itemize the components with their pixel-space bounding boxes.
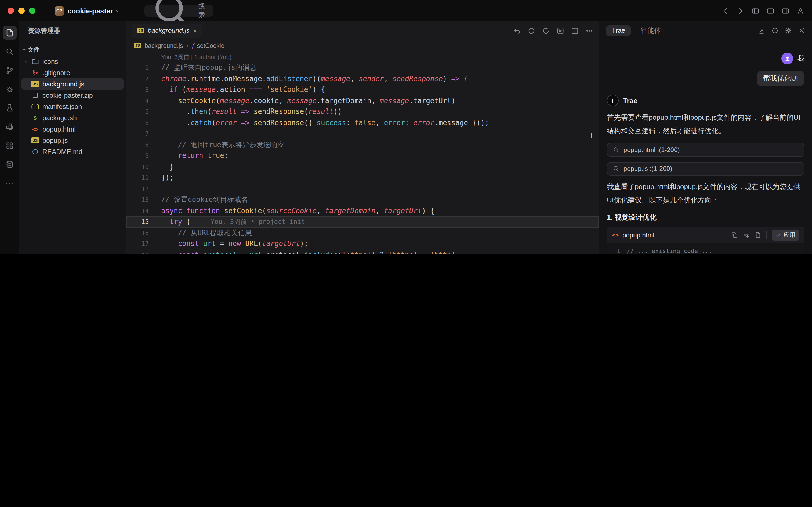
code-line-5[interactable]: 5 .then(result => sendResponse(result)) <box>126 106 599 117</box>
code-editor[interactable]: You, 3周前 | 1 author (You) 1// 监听来自popup.… <box>126 52 599 253</box>
file-item-background.js[interactable]: JSbackground.js <box>21 78 123 90</box>
file-item-popup.html[interactable]: <>popup.html <box>21 123 123 135</box>
close-window-button[interactable] <box>7 7 14 14</box>
code-line-12[interactable]: 12 <box>126 183 599 194</box>
line-number[interactable]: 3 <box>126 84 149 95</box>
code-line-7[interactable]: 7 <box>126 128 599 139</box>
record-icon[interactable] <box>527 26 535 35</box>
settings-gear-icon[interactable] <box>785 27 792 35</box>
line-number[interactable]: 12 <box>126 183 149 194</box>
code-line-6[interactable]: 6 .catch(error => sendResponse({ success… <box>126 117 599 128</box>
line-number[interactable]: 16 <box>126 227 149 238</box>
file-reference-chip[interactable]: popup.html :(1-200) <box>607 143 805 157</box>
sidebar-item-testing[interactable] <box>3 101 17 115</box>
code-line-18[interactable]: 18 const protocol = url.protocol.include… <box>126 249 599 253</box>
line-number[interactable]: 4 <box>126 95 149 106</box>
line-number[interactable]: 6 <box>126 117 149 128</box>
sidebar-item-search[interactable] <box>3 45 17 59</box>
codelens-authors[interactable]: You, 3周前 | 1 author (You) <box>161 52 599 62</box>
file-item-manifest.json[interactable]: { }manifest.json <box>21 101 123 112</box>
toggle-right-sidebar-icon[interactable] <box>781 7 790 15</box>
run-code-icon[interactable] <box>557 26 565 35</box>
code-line-1[interactable]: 1// 监听来自popup.js的消息 <box>126 62 599 73</box>
code-line-10[interactable]: 10 } <box>126 161 599 172</box>
sidebar-item-apps[interactable] <box>3 138 17 153</box>
code-line-9[interactable]: 9 return true; <box>126 150 599 161</box>
line-number[interactable]: 10 <box>126 161 149 172</box>
toggle-bottom-panel-icon[interactable] <box>766 7 774 15</box>
card-file-name: popup.html <box>623 231 654 239</box>
discard-icon[interactable] <box>513 26 521 35</box>
close-panel-icon[interactable] <box>798 27 806 35</box>
line-content: chrome.runtime.onMessage.addListener((me… <box>161 73 468 84</box>
back-icon[interactable] <box>721 7 729 15</box>
more-actions-icon[interactable] <box>585 26 593 35</box>
code-line-4[interactable]: 4 setCookie(message.cookie, message.targ… <box>126 95 599 106</box>
forward-icon[interactable] <box>736 7 744 15</box>
close-tab-icon[interactable]: × <box>193 27 197 34</box>
tab-background-js[interactable]: JS background.js × <box>131 23 202 38</box>
line-number[interactable]: 8 <box>126 139 149 150</box>
toggle-left-sidebar-icon[interactable] <box>751 7 759 15</box>
line-content: // 从URL提取相关信息 <box>161 227 252 238</box>
insert-code-icon[interactable] <box>743 231 750 238</box>
maximize-window-button[interactable] <box>29 7 36 14</box>
person-icon <box>784 55 791 62</box>
line-number[interactable]: 11 <box>126 172 149 183</box>
file-item-.gitignore[interactable]: .gitignore <box>21 67 123 78</box>
line-number[interactable]: 18 <box>126 249 149 253</box>
line-number[interactable]: 2 <box>126 73 149 84</box>
explorer-more-icon[interactable]: ··· <box>111 27 119 35</box>
open-in-window-icon[interactable] <box>758 27 765 35</box>
code-line-3[interactable]: 3 if (message.action === 'setCookie') { <box>126 84 599 95</box>
line-number[interactable]: 15 <box>126 216 149 227</box>
sidebar-item-explorer[interactable] <box>3 26 17 40</box>
breadcrumb-symbol[interactable]: setCookie <box>197 43 224 49</box>
code-card-header: <> popup.html 应用 <box>607 227 804 243</box>
line-number[interactable]: 17 <box>126 238 149 249</box>
file-reference-chip[interactable]: popup.js :(1-200) <box>607 162 805 176</box>
line-number[interactable]: 13 <box>126 194 149 206</box>
split-editor-icon[interactable] <box>571 26 579 35</box>
new-file-icon[interactable] <box>755 231 761 238</box>
code-line-8[interactable]: 8 // 返回true表示将异步发送响应 <box>126 139 599 150</box>
global-search[interactable]: 搜索 <box>144 5 213 17</box>
titlebar: CP cookie-paster › 搜索 <box>0 0 812 21</box>
code-line-16[interactable]: 16 // 从URL提取相关信息 <box>126 227 599 238</box>
file-item-icons[interactable]: ›icons <box>21 56 123 67</box>
line-number[interactable]: 7 <box>126 128 149 139</box>
sidebar-item-source-control[interactable] <box>3 63 17 77</box>
account-icon[interactable] <box>797 7 805 15</box>
sidebar-item-database[interactable] <box>3 157 17 171</box>
code-line-2[interactable]: 2chrome.runtime.onMessage.addListener((m… <box>126 73 599 84</box>
minimize-window-button[interactable] <box>18 7 25 14</box>
file-item-README.md[interactable]: README.md <box>21 146 123 157</box>
card-code-lines[interactable]: 1// ... existing code ...2.container {3 … <box>607 243 804 253</box>
line-number[interactable]: 1 <box>126 62 149 73</box>
tab-trae[interactable]: Trae <box>606 25 631 36</box>
breadcrumb-file[interactable]: background.js <box>144 43 183 49</box>
line-number[interactable]: 14 <box>126 206 149 216</box>
line-number[interactable]: 9 <box>126 150 149 161</box>
history-icon[interactable] <box>771 27 779 35</box>
tab-agents[interactable]: 智能体 <box>637 24 665 37</box>
code-line-13[interactable]: 13// 设置cookie到目标域名 <box>126 194 599 206</box>
sidebar-item-extensions[interactable] <box>3 120 17 134</box>
project-switcher[interactable]: CP cookie-paster › <box>55 6 119 15</box>
file-item-package.sh[interactable]: $package.sh <box>21 112 123 123</box>
copy-icon[interactable] <box>731 231 738 238</box>
sync-icon[interactable] <box>542 26 550 35</box>
line-content: return true; <box>161 150 229 161</box>
code-line-15[interactable]: 15 try {You, 3周前 • project init <box>126 216 599 227</box>
code-line-17[interactable]: 17 const url = new URL(targetUrl); <box>126 238 599 249</box>
code-line-11[interactable]: 11}); <box>126 172 599 183</box>
file-item-popup.js[interactable]: JSpopup.js <box>21 135 123 146</box>
code-line-14[interactable]: 14async function setCookie(sourceCookie,… <box>126 206 599 216</box>
files-section-header[interactable]: › 文件 <box>19 44 126 55</box>
apply-button[interactable]: 应用 <box>772 230 799 240</box>
more-activity-icon[interactable]: ··· <box>3 176 17 190</box>
line-number[interactable]: 5 <box>126 106 149 117</box>
sidebar-item-debug[interactable] <box>3 82 17 96</box>
ai-chat-panel: Trae 智能体 我 帮我优化UI T <box>599 21 812 253</box>
file-item-cookie-paster.zip[interactable]: cookie-paster.zip <box>21 90 123 101</box>
